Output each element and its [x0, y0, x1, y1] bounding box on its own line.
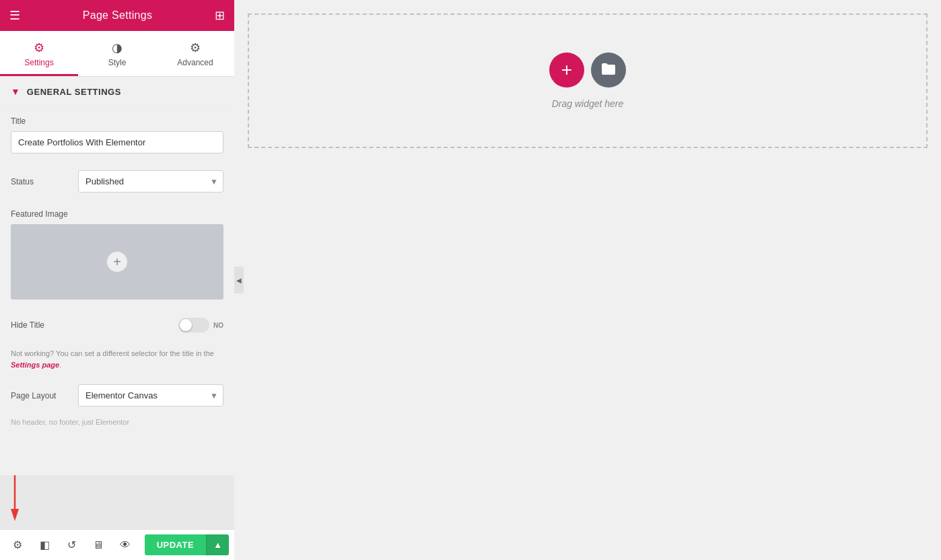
grid-icon[interactable]: ⊞ [215, 8, 225, 23]
hide-title-toggle[interactable] [178, 318, 209, 332]
featured-image-section: Featured Image + [0, 200, 234, 310]
folder-button[interactable] [591, 53, 626, 88]
page-layout-row: Page Layout Elementor Canvas Default Ful… [0, 378, 234, 414]
settings-tab-icon: ⚙ [34, 40, 44, 55]
toggle-no-label: NO [213, 322, 223, 329]
toolbar-layers-icon: ◧ [40, 538, 50, 551]
toolbar-eye-icon: 👁 [120, 539, 131, 551]
help-text: Not working? You can set a different sel… [0, 341, 234, 378]
advanced-tab-icon: ⚙ [190, 40, 201, 55]
featured-image-label: Featured Image [11, 209, 223, 219]
featured-image-add-icon: + [107, 252, 127, 272]
sidebar-content: ▼ General Settings Title Status Publishe… [0, 77, 234, 475]
bottom-toolbar: ⚙ ◧ ↺ 🖥 👁 UPDATE ▲ [0, 529, 234, 560]
toolbar-responsive-icon: 🖥 [93, 539, 104, 551]
hide-title-toggle-wrap: NO [178, 318, 223, 332]
tabs-bar: ⚙ Settings ◑ Style ⚙ Advanced [0, 31, 234, 77]
toggle-knob [180, 319, 192, 331]
section-collapse-icon[interactable]: ▼ [11, 86, 20, 97]
scroll-indicator-section [0, 475, 234, 529]
add-widget-button[interactable]: + [549, 53, 584, 88]
down-arrow-svg [8, 475, 22, 522]
tab-style-label: Style [108, 58, 127, 67]
page-layout-select-wrap: Elementor Canvas Default Full Width ▼ [78, 384, 223, 407]
drag-widget-text: Drag widget here [552, 98, 624, 109]
tab-settings-label: Settings [24, 58, 53, 67]
style-tab-icon: ◑ [112, 40, 123, 55]
hamburger-icon[interactable]: ☰ [9, 8, 20, 23]
toolbar-history-icon: ↺ [67, 538, 76, 551]
featured-image-placeholder[interactable]: + [11, 224, 223, 300]
hide-title-label: Hide Title [11, 320, 44, 330]
tab-settings[interactable]: ⚙ Settings [0, 31, 78, 76]
sidebar-collapse-handle[interactable]: ◀ [234, 267, 244, 293]
title-input[interactable] [11, 131, 223, 153]
status-field-row: Status Published Draft Private ▼ [0, 164, 234, 200]
page-title: Page Settings [83, 9, 153, 22]
update-button-wrap: UPDATE ▲ [145, 534, 229, 555]
top-bar: ☰ Page Settings ⊞ [0, 0, 234, 31]
folder-icon [600, 62, 617, 79]
tab-advanced-label: Advanced [177, 58, 213, 67]
hide-title-row: Hide Title NO [0, 310, 234, 341]
tab-advanced[interactable]: ⚙ Advanced [156, 31, 234, 76]
page-layout-desc: No header, no footer, just Elementor [0, 414, 234, 435]
toolbar-history-button[interactable]: ↺ [59, 533, 83, 557]
main-canvas: + Drag widget here [234, 0, 941, 560]
page-layout-desc-text: No header, no footer, just Elementor [11, 418, 129, 426]
add-icon: + [561, 59, 572, 81]
toolbar-layers-button[interactable]: ◧ [32, 533, 57, 557]
canvas-action-buttons: + [549, 53, 626, 88]
page-layout-label: Page Layout [11, 391, 71, 400]
toolbar-responsive-button[interactable]: 🖥 [86, 533, 110, 557]
canvas-drop-zone[interactable]: + Drag widget here [248, 13, 928, 148]
status-label: Status [11, 177, 71, 186]
status-select[interactable]: Published Draft Private [78, 170, 223, 193]
update-button[interactable]: UPDATE [145, 534, 206, 555]
title-label: Title [11, 116, 223, 126]
toolbar-preview-button[interactable]: 👁 [113, 533, 137, 557]
general-settings-header: ▼ General Settings [0, 77, 234, 107]
help-text-content: Not working? You can set a different sel… [11, 349, 214, 357]
update-arrow-button[interactable]: ▲ [206, 534, 229, 555]
tab-style[interactable]: ◑ Style [78, 31, 156, 76]
title-field-group: Title [0, 107, 234, 164]
status-select-wrap: Published Draft Private ▼ [78, 170, 223, 193]
section-title: General Settings [27, 87, 121, 97]
page-layout-select[interactable]: Elementor Canvas Default Full Width [78, 384, 223, 407]
toolbar-settings-icon: ⚙ [13, 538, 22, 551]
collapse-icon: ◀ [236, 277, 242, 284]
svg-marker-3 [11, 509, 19, 521]
settings-page-link[interactable]: Settings page [11, 361, 59, 369]
toolbar-settings-button[interactable]: ⚙ [5, 533, 30, 557]
